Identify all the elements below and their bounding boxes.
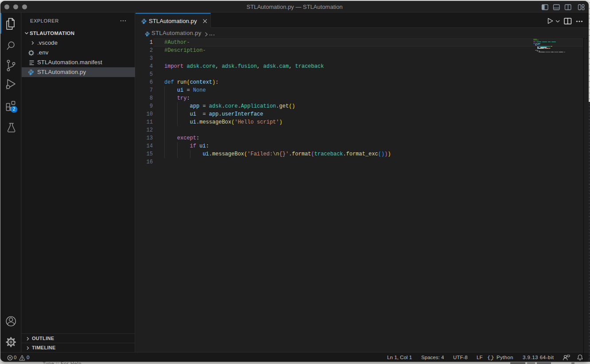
svg-text:2: 2 bbox=[13, 107, 16, 112]
